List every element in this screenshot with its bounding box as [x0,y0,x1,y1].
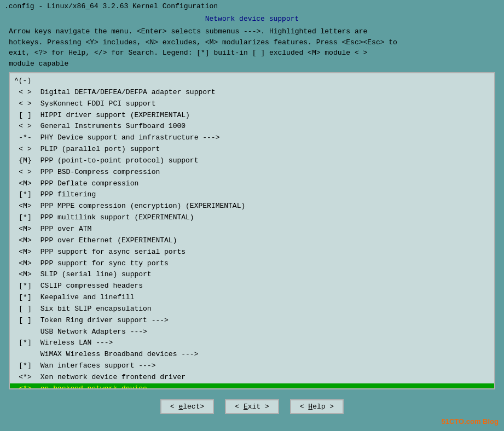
menu-item-text: en backend network device [36,385,147,389]
menu-item[interactable]: <M> PPP over Ethernet (EXPERIMENTAL) [10,235,494,247]
menu-item-bracket: <M> [14,201,36,212]
menu-item[interactable]: < > PLIP (parallel port) support [10,144,494,155]
menu-item-bracket: <M> [14,270,36,280]
menu-item-text: PPP over Ethernet (EXPERIMENTAL) [36,236,177,244]
title-text: .config - Linux/x86_64 3.2.63 Kernel Con… [4,2,218,10]
watermark-suffix: Blog [481,417,499,426]
menu-item-bracket: < > [14,88,36,98]
help-line-2: hotkeys. Pressing <Y> includes, <N> excl… [9,37,495,48]
help-text: Arrow keys navigate the menu. <Enter> se… [4,25,500,72]
menu-item-bracket: <*> [14,384,36,389]
menu-item-text: Wan interfaces support ---> [36,362,155,370]
menu-item-bracket: [*] [14,338,36,348]
title-bar: .config - Linux/x86_64 3.2.63 Kernel Con… [0,0,504,13]
menu-item-text: PPP (point-to-point protocol) support [36,156,198,165]
menu-item-bracket: < > [14,99,36,109]
menu-item[interactable]: -*- PHY Device support and infrastructur… [10,132,494,144]
menu-item[interactable]: <*> en backend network device [10,383,494,389]
menu-item-bracket: < > [14,144,36,155]
menu-item-text: PPP Deflate compression [36,179,138,188]
menu-item[interactable]: < > Digital DEFTA/DEFEA/DEFPA adapter su… [10,87,494,98]
menu-item-text: PLIP (parallel port) support [36,145,160,153]
menu-item[interactable]: [*] PPP multilink support (EXPERIMENTAL) [10,212,494,224]
exit-hotkey: E [244,403,248,411]
help-hotkey: H [308,403,312,411]
exit-label: < [235,403,244,411]
menu-item-text: CSLIP compressed headers [36,282,143,290]
menu-item[interactable]: < > SysKonnect FDDI PCI support [10,98,494,110]
bottom-bar: < elect> < Exit > < Help > [0,394,504,420]
select-label2: lect> [183,403,204,411]
menu-item-text: PPP filtering [36,190,96,199]
menu-item-text: Wireless LAN ---> [36,339,113,347]
menu-item-text: SysKonnect FDDI PCI support [36,100,155,108]
menu-item[interactable]: [ ] Six bit SLIP encapsulation [10,304,494,315]
menu-item-text: PPP support for sync tty ports [36,259,169,267]
menu-item[interactable]: <M> PPP MPPE compression (encryption) (E… [10,201,494,212]
menu-item-bracket: [*] [14,190,36,200]
menu-item-bracket: <M> [14,236,36,246]
menu-item-bracket: [ ] [14,316,36,326]
menu-item-bracket: [ ] [14,110,36,121]
help-button[interactable]: < Help > [290,399,344,414]
help-line-4: module capable [9,59,495,69]
menu-item[interactable]: [ ] HIPPI driver support (EXPERIMENTAL) [10,110,494,121]
exit-label2: xit > [248,403,269,411]
menu-item[interactable]: [*] Keepalive and linefill [10,292,494,304]
menu-item-bracket: [*] [14,281,36,292]
menu-item-text: SLIP (serial line) support [36,270,152,278]
menu-item-bracket: <M> [14,247,36,258]
menu-item-bracket: [*] [14,361,36,371]
menu-item-text: PPP MPPE compression (encryption) (EXPER… [36,202,245,210]
menu-item-text: PPP support for async serial ports [36,248,186,256]
exit-button[interactable]: < Exit > [225,399,279,414]
menu-item[interactable]: [*] Wireless LAN ---> [10,337,494,349]
menu-item-text: PHY Device support and infrastructure --… [36,133,219,142]
help-label: < [300,403,309,411]
menu-item-bracket: <M> [14,224,36,235]
menu-item[interactable]: WiMAX Wireless Broadband devices ---> [10,349,494,360]
panel-title: Network device support [4,13,500,25]
watermark-highlight: com [466,417,481,426]
menu-item-bracket: [*] [14,213,36,223]
menu-item-bracket: [*] [14,293,36,303]
menu-item[interactable]: <M> PPP support for async serial ports [10,247,494,258]
help-line-3: exit, <?> for Help, </> for Search. Lege… [9,48,495,59]
menu-item[interactable]: <*> Xen network device frontend driver [10,372,494,383]
menu-item-bracket: -*- [14,133,36,143]
menu-item[interactable]: < > General Instruments Surfboard 1000 [10,121,494,132]
menu-item-bracket: <M> [14,259,36,269]
menu-item-bracket: {M} [14,156,36,166]
select-label: < [170,403,179,411]
menu-container: ^(-) < > Digital DEFTA/DEFEA/DEFPA adapt… [9,72,495,389]
menu-item-text: General Instruments Surfboard 1000 [36,122,186,130]
menu-item[interactable]: <M> PPP over ATM [10,224,494,235]
menu-item[interactable]: USB Network Adapters ---> [10,327,494,338]
menu-item[interactable]: <M> PPP support for sync tty ports [10,258,494,270]
menu-item-text: Six bit SLIP encapsulation [36,305,152,313]
help-label2: elp > [312,403,334,411]
menu-item[interactable]: [*] PPP filtering [10,189,494,201]
menu-item-bracket: [ ] [14,304,36,314]
watermark-prefix: 51CTO. [441,417,466,426]
menu-item-text: Xen network device frontend driver [36,373,186,381]
menu-item[interactable]: [*] CSLIP compressed headers [10,281,494,292]
menu-item-bracket: <M> [14,179,36,189]
menu-item-text: HIPPI driver support (EXPERIMENTAL) [36,111,190,119]
select-button[interactable]: < elect> [160,399,214,414]
menu-item[interactable]: [ ] Token Ring driver support ---> [10,315,494,327]
menu-item[interactable]: <M> PPP Deflate compression [10,178,494,190]
menu-item[interactable]: [*] Wan interfaces support ---> [10,360,494,372]
menu-item-bracket: <*> [14,372,36,383]
menu-item-bracket: < > [14,167,36,178]
menu-item-text: PPP BSD-Compress compression [36,168,160,176]
watermark: 51CTO.com Blog [441,417,499,426]
menu-item-text: Keepalive and linefill [36,293,134,301]
menu-item-text: Digital DEFTA/DEFEA/DEFPA adapter suppor… [36,88,216,96]
menu-item[interactable]: <M> SLIP (serial line) support [10,269,494,281]
menu-item[interactable]: {M} PPP (point-to-point protocol) suppor… [10,155,494,167]
menu-item-text: PPP over ATM [36,225,91,233]
menu-item[interactable]: < > PPP BSD-Compress compression [10,167,494,178]
menu-item-bracket: < > [14,121,36,132]
menu-item-text: USB Network Adapters ---> [36,328,147,336]
